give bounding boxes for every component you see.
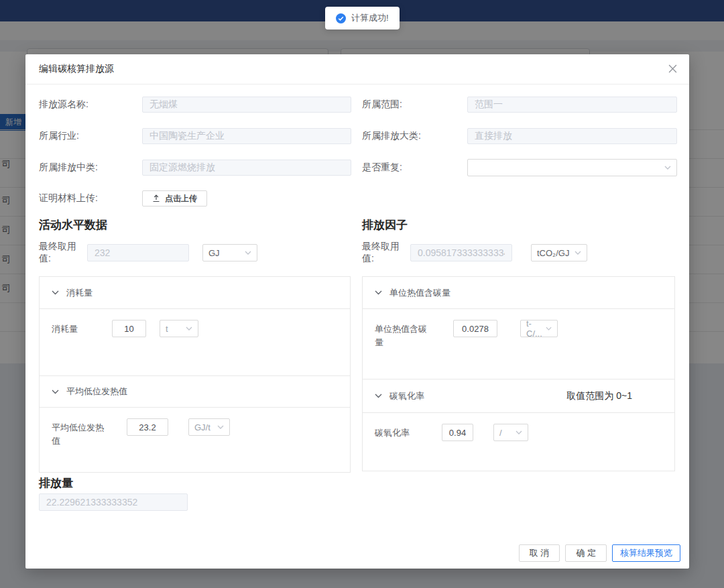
carbon-content-input[interactable] [453, 320, 497, 337]
factor-unit-select[interactable]: tCO₂/GJ [531, 244, 587, 261]
industry-label: 所属行业: [39, 130, 142, 142]
scope-input [467, 97, 677, 113]
close-icon[interactable] [666, 62, 678, 74]
major-category-input [467, 128, 677, 144]
activity-final-label: 最终取用值: [39, 241, 87, 265]
factor-unit-value: tCO₂/GJ [537, 248, 569, 258]
edit-emission-source-dialog: 编辑碳核算排放源 排放源名称: 所属范围: 所属行业: 所属排放大类: 所属排放… [25, 54, 689, 569]
activity-unit-value: GJ [208, 248, 220, 258]
scope-label: 所属范围: [362, 99, 467, 111]
source-name-label: 排放源名称: [39, 99, 142, 111]
panel-title: 单位热值含碳量 [389, 287, 450, 299]
source-name-input [142, 97, 351, 113]
factor-section-title: 排放因子 [362, 217, 408, 233]
oxidation-rate-panel-header[interactable]: 碳氧化率 取值范围为 0~1 [363, 379, 674, 413]
oxidation-rate-unit-value: / [499, 428, 502, 438]
heat-value-field-label: 平均低位发热值 [52, 418, 105, 447]
carbon-content-panel-header[interactable]: 单位热值含碳量 [363, 277, 674, 309]
chevron-down-icon [245, 251, 251, 255]
activity-section-title: 活动水平数据 [39, 217, 107, 233]
chevron-down-icon [516, 430, 522, 434]
mid-category-label: 所属排放中类: [39, 162, 142, 174]
consumption-field-label: 消耗量 [52, 320, 105, 336]
upload-button-label: 点击上传 [165, 193, 197, 204]
chevron-down-icon [52, 390, 59, 394]
cancel-button[interactable]: 取 消 [519, 544, 560, 562]
chevron-down-icon [375, 394, 382, 398]
factor-panels: 单位热值含碳量 单位热值含碳量 t-C/... 碳氧化率 取值范围为 0~1 [362, 276, 675, 471]
heat-value-input[interactable] [127, 418, 168, 436]
panel-title: 消耗量 [66, 287, 93, 299]
chevron-down-icon [52, 290, 59, 295]
heat-value-unit-value: GJ/t [194, 422, 210, 432]
check-circle-icon [336, 13, 346, 23]
duplicate-select[interactable] [467, 159, 677, 176]
emission-section-title: 排放量 [39, 475, 73, 491]
oxidation-rate-unit-select[interactable]: / [493, 424, 528, 441]
chevron-down-icon [186, 327, 192, 331]
range-hint: 取值范围为 0~1 [566, 390, 632, 402]
consumption-panel: 消耗量 消耗量 t [39, 276, 351, 376]
carbon-content-panel: 单位热值含碳量 单位热值含碳量 t-C/... [362, 276, 675, 379]
chevron-down-icon [375, 290, 382, 295]
factor-final-input [410, 244, 512, 261]
chevron-down-icon [664, 166, 671, 170]
carbon-content-unit-select[interactable]: t-C/... [520, 320, 558, 337]
chevron-down-icon [546, 327, 552, 331]
emission-result-input [39, 493, 188, 511]
heat-value-unit-select[interactable]: GJ/t [188, 418, 230, 436]
upload-label: 证明材料上传: [39, 192, 142, 204]
upload-button[interactable]: 点击上传 [142, 190, 207, 207]
consumption-unit-value: t [166, 324, 168, 334]
confirm-button[interactable]: 确 定 [565, 544, 607, 562]
oxidation-rate-panel: 碳氧化率 取值范围为 0~1 碳氧化率 / [362, 379, 675, 471]
mid-category-input [142, 160, 351, 176]
consumption-unit-select[interactable]: t [160, 320, 198, 337]
panel-title: 平均低位发热值 [66, 386, 127, 398]
heat-value-panel-header[interactable]: 平均低位发热值 [40, 376, 350, 408]
panel-title: 碳氧化率 [389, 390, 424, 402]
chevron-down-icon [575, 251, 581, 255]
major-category-label: 所属排放大类: [362, 130, 467, 142]
consumption-panel-header[interactable]: 消耗量 [40, 277, 350, 309]
heat-value-panel: 平均低位发热值 平均低位发热值 GJ/t [39, 375, 351, 473]
success-toast: 计算成功! [325, 7, 400, 30]
activity-final-input [87, 244, 189, 261]
dialog-footer: 取 消 确 定 核算结果预览 [519, 544, 680, 562]
industry-input [142, 128, 351, 144]
duplicate-label: 是否重复: [362, 162, 467, 174]
consumption-input[interactable] [112, 320, 146, 337]
activity-unit-select[interactable]: GJ [202, 244, 257, 261]
upload-icon [152, 194, 160, 202]
oxidation-rate-input[interactable] [442, 424, 473, 441]
dialog-title: 编辑碳核算排放源 [39, 63, 114, 75]
toast-message: 计算成功! [351, 12, 389, 24]
factor-final-label: 最终取用值: [362, 241, 410, 265]
carbon-content-unit-value: t-C/... [526, 318, 546, 339]
carbon-content-field-label: 单位热值含碳量 [375, 320, 428, 349]
oxidation-rate-field-label: 碳氧化率 [375, 424, 428, 440]
activity-panels: 消耗量 消耗量 t 平均低位发热值 平均低位发热值 [39, 276, 351, 473]
chevron-down-icon [217, 425, 224, 429]
header-divider [25, 84, 689, 84]
preview-result-button[interactable]: 核算结果预览 [612, 544, 680, 562]
screen: 新增 司 司 司 司 司 计算成功! 编辑碳核算排放源 排放源名称: [0, 0, 724, 588]
